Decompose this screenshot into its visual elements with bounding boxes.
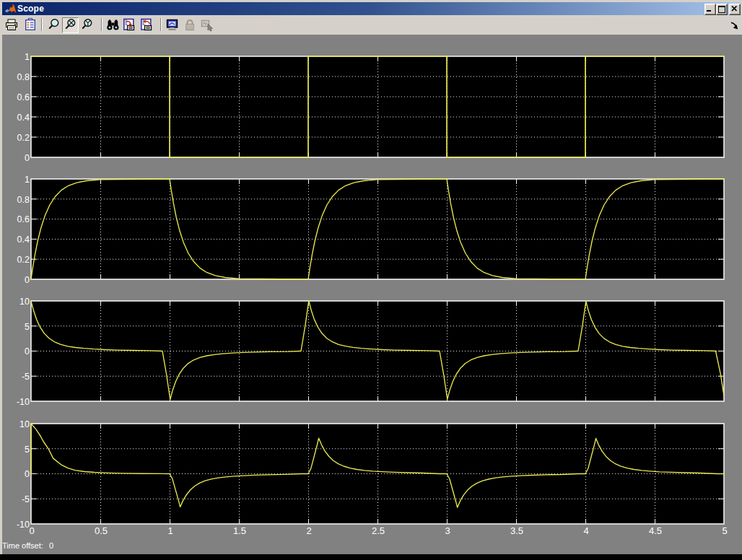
svg-text:-10: -10 (17, 397, 30, 407)
svg-text:1: 1 (25, 52, 30, 62)
svg-text:0: 0 (25, 153, 30, 163)
svg-text:-5: -5 (22, 372, 30, 382)
svg-text:5: 5 (25, 322, 30, 332)
svg-text:0: 0 (25, 275, 30, 285)
svg-text:2: 2 (306, 525, 311, 536)
svg-text:0.8: 0.8 (17, 195, 30, 205)
svg-text:10: 10 (19, 419, 30, 429)
svg-text:5: 5 (25, 445, 30, 455)
svg-text:0.4: 0.4 (17, 235, 30, 245)
svg-text:2.5: 2.5 (372, 525, 385, 536)
svg-text:1.5: 1.5 (233, 525, 246, 536)
svg-text:4: 4 (583, 525, 588, 536)
svg-text:0: 0 (29, 525, 34, 536)
svg-text:3.5: 3.5 (510, 525, 523, 536)
svg-text:0: 0 (25, 346, 30, 356)
svg-text:0.6: 0.6 (17, 214, 30, 224)
svg-text:0.5: 0.5 (95, 525, 108, 536)
svg-text:5: 5 (722, 525, 727, 536)
svg-text:3: 3 (445, 525, 450, 536)
svg-text:0.2: 0.2 (17, 133, 30, 143)
svg-text:0: 0 (25, 469, 30, 479)
svg-text:1: 1 (167, 525, 173, 536)
svg-text:0.4: 0.4 (17, 113, 30, 123)
svg-text:0.8: 0.8 (17, 72, 30, 82)
svg-text:1: 1 (25, 175, 30, 185)
svg-text:10: 10 (19, 297, 30, 307)
svg-text:0.6: 0.6 (17, 92, 30, 102)
svg-text:-10: -10 (17, 520, 30, 530)
svg-text:0.2: 0.2 (17, 255, 30, 265)
svg-text:4.5: 4.5 (649, 525, 662, 536)
svg-text:-5: -5 (22, 494, 30, 504)
